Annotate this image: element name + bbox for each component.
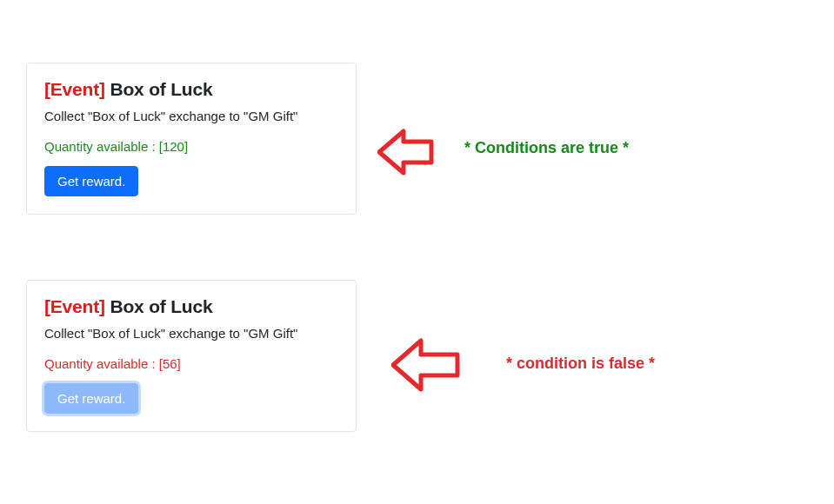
card-title: [Event] Box of Luck (44, 79, 338, 100)
quantity-label: Quantity available : (44, 139, 156, 154)
quantity-available: Quantity available : [56] (44, 356, 338, 371)
card-title-text: Box of Luck (110, 296, 212, 316)
card-title: [Event] Box of Luck (44, 296, 338, 317)
card-description: Collect "Box of Luck" exchange to "GM Gi… (44, 109, 338, 123)
arrow-left-icon (377, 126, 438, 182)
event-card: [Event] Box of Luck Collect "Box of Luck… (26, 280, 357, 432)
event-tag: [Event] (44, 296, 105, 316)
card-title-text: Box of Luck (110, 79, 212, 99)
annotation-conditions-true: * Conditions are true * (464, 139, 629, 157)
event-card: [Event] Box of Luck Collect "Box of Luck… (26, 63, 357, 215)
quantity-label: Quantity available : (44, 356, 156, 371)
get-reward-button[interactable]: Get reward. (44, 166, 138, 196)
card-description: Collect "Box of Luck" exchange to "GM Gi… (44, 326, 338, 341)
quantity-value: [56] (159, 356, 181, 371)
get-reward-button-disabled: Get reward. (44, 383, 138, 414)
arrow-left-icon (391, 335, 464, 398)
quantity-available: Quantity available : [120] (44, 139, 338, 154)
event-tag: [Event] (44, 79, 105, 99)
quantity-value: [120] (159, 139, 188, 154)
annotation-condition-false: * condition is false * (506, 355, 655, 373)
